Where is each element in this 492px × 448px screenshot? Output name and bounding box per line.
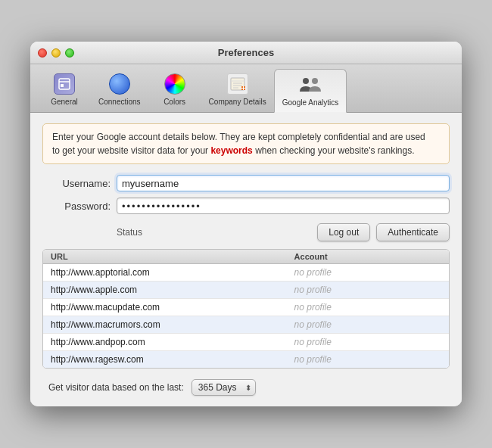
cell-url: http://www.ragesw.com — [43, 351, 287, 368]
cell-account: no profile — [287, 282, 449, 298]
svg-point-11 — [303, 78, 309, 84]
status-row: Status Log out Authenticate — [42, 223, 450, 241]
logout-button[interactable]: Log out — [317, 223, 370, 241]
username-row: Username: — [42, 175, 450, 191]
close-button[interactable] — [38, 48, 47, 58]
table-row[interactable]: http://www.andpop.com no profile — [43, 334, 449, 351]
cell-account: no profile — [287, 351, 449, 368]
username-label: Username: — [42, 178, 111, 189]
info-text-line1: Enter your Google account details below.… — [52, 132, 425, 142]
cell-account: no profile — [287, 316, 449, 333]
sites-table: URL Account http://www.apptorial.com no … — [42, 249, 450, 369]
cell-account: no profile — [287, 334, 449, 350]
cell-url: http://www.macupdate.com — [43, 299, 287, 316]
days-select[interactable]: 7 Days 30 Days 90 Days 180 Days 365 Days — [192, 379, 256, 396]
password-row: Password: — [42, 198, 450, 214]
tab-analytics[interactable]: Google Analytics — [274, 69, 347, 113]
table-row[interactable]: http://www.ragesw.com no profile — [43, 351, 449, 368]
content-area: Enter your Google account details below.… — [30, 113, 462, 406]
button-group: Log out Authenticate — [317, 223, 450, 241]
authenticate-button[interactable]: Authenticate — [376, 223, 450, 241]
toolbar: General Connections Colors Company Detai… — [30, 64, 462, 113]
info-text-prefix: to get your website visitor data for you… — [52, 145, 210, 156]
traffic-lights — [38, 48, 74, 58]
svg-rect-2 — [61, 84, 64, 87]
company-icon — [226, 72, 250, 96]
col-account-header: Account — [287, 250, 449, 263]
svg-point-12 — [312, 78, 318, 84]
titlebar: Preferences — [30, 42, 462, 64]
form-section: Username: Password: — [42, 175, 450, 214]
cell-account: no profile — [287, 299, 449, 316]
table-row[interactable]: http://www.apple.com no profile — [43, 282, 449, 299]
colors-icon — [163, 72, 187, 96]
password-label: Password: — [42, 201, 111, 212]
tab-analytics-label: Google Analytics — [282, 98, 339, 107]
cell-url: http://www.andpop.com — [43, 334, 287, 350]
tab-colors[interactable]: Colors — [148, 69, 201, 112]
preferences-window: Preferences General Connections Colors — [30, 42, 462, 406]
password-input[interactable] — [117, 198, 450, 214]
tab-company[interactable]: Company Details — [201, 69, 274, 112]
svg-rect-0 — [59, 79, 70, 89]
info-text-suffix: when checking your website's rankings. — [253, 145, 415, 156]
general-icon — [52, 72, 76, 96]
window-title: Preferences — [218, 47, 274, 58]
maximize-button[interactable] — [65, 48, 74, 58]
cell-url: http://www.macrumors.com — [43, 316, 287, 333]
table-row[interactable]: http://www.macupdate.com no profile — [43, 299, 449, 316]
col-url-header: URL — [43, 250, 287, 263]
tab-general-label: General — [51, 98, 78, 107]
username-input[interactable] — [117, 175, 450, 191]
footer-row: Get visitor data based on the last: 7 Da… — [42, 379, 450, 396]
tab-general[interactable]: General — [38, 69, 91, 112]
status-label: Status — [117, 227, 142, 238]
table-row[interactable]: http://www.macrumors.com no profile — [43, 316, 449, 334]
visitor-data-label: Get visitor data based on the last: — [48, 382, 184, 393]
days-select-wrapper: 7 Days 30 Days 90 Days 180 Days 365 Days… — [192, 379, 256, 396]
table-header: URL Account — [43, 250, 449, 264]
tab-connections[interactable]: Connections — [91, 69, 148, 112]
tab-connections-label: Connections — [98, 98, 141, 107]
tab-company-label: Company Details — [209, 98, 266, 107]
connections-icon — [107, 72, 132, 96]
minimize-button[interactable] — [51, 48, 61, 58]
tab-colors-label: Colors — [163, 98, 185, 107]
table-row[interactable]: http://www.apptorial.com no profile — [43, 264, 449, 282]
info-box: Enter your Google account details below.… — [42, 123, 450, 164]
cell-account: no profile — [287, 264, 449, 281]
cell-url: http://www.apptorial.com — [43, 264, 287, 281]
info-text-highlight: keywords — [210, 145, 252, 156]
analytics-icon — [298, 73, 322, 97]
cell-url: http://www.apple.com — [43, 282, 287, 298]
